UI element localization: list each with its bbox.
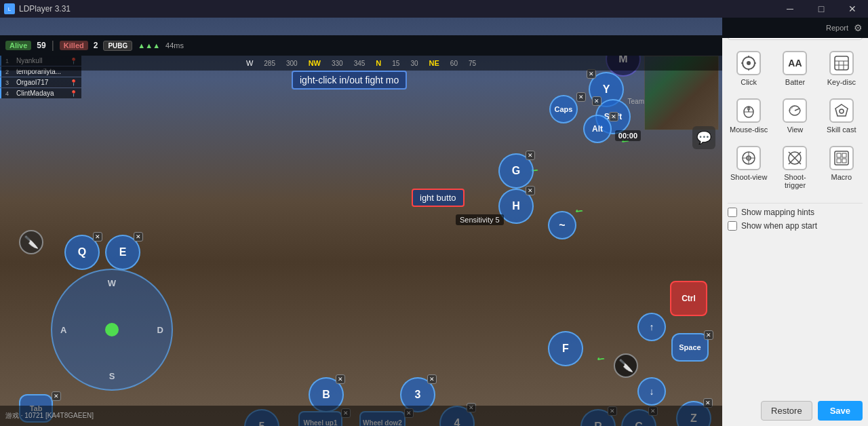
svg-rect-8 xyxy=(835,56,848,70)
save-button[interactable]: Save xyxy=(818,401,863,421)
green-marker-4: ✓ xyxy=(594,353,608,366)
key-Caps-close[interactable]: ✕ xyxy=(576,92,586,102)
compass-345: 345 xyxy=(354,60,366,67)
maximize-button[interactable]: □ xyxy=(806,0,837,18)
key-disc-icon xyxy=(829,51,854,75)
tool-mouse-disc[interactable]: Mouse-disc xyxy=(728,94,770,138)
click-icon xyxy=(736,51,761,75)
tooltip-box: ight-click in/out fight mo xyxy=(292,71,407,90)
joystick-A: A xyxy=(60,325,66,335)
shoot-trigger-icon xyxy=(783,146,807,170)
key-Space-close[interactable]: ✕ xyxy=(704,330,713,340)
batter-icon: AA xyxy=(783,51,807,75)
killed-badge: Killed xyxy=(60,41,88,50)
key-G-close[interactable]: ✕ xyxy=(526,151,535,160)
minimize-button[interactable]: ─ xyxy=(774,0,806,18)
weapon-icon[interactable]: 🔪 xyxy=(19,230,43,254)
svg-marker-17 xyxy=(835,104,848,116)
joystick-W: W xyxy=(108,278,116,288)
key-Tab-close[interactable]: ✕ xyxy=(52,391,61,401)
compass-N: N xyxy=(376,59,381,67)
alive-badge: Alive xyxy=(5,41,31,50)
key-Ctrl[interactable]: Ctrl xyxy=(670,281,707,316)
panel-divider xyxy=(728,203,863,204)
joystick-outer[interactable]: W S A D xyxy=(51,269,173,391)
key-up[interactable]: ↑ xyxy=(637,313,666,341)
compass-NW: NW xyxy=(309,59,321,67)
key-Caps[interactable]: Caps xyxy=(549,95,578,123)
fight-mode-label: ight butto xyxy=(420,193,456,203)
panel-actions: Restore Save xyxy=(728,401,863,421)
mapping-hints-label[interactable]: Show mapping hints xyxy=(741,208,814,217)
view-icon xyxy=(783,98,807,123)
key-Alt-close[interactable]: ✕ xyxy=(609,112,618,121)
restore-button[interactable]: Restore xyxy=(761,401,812,421)
key-Shift-close[interactable]: ✕ xyxy=(592,96,601,106)
app-title: LDPlayer 3.31 xyxy=(19,4,774,14)
app-start-label[interactable]: Show when app start xyxy=(741,221,817,231)
key-down[interactable]: ↓ xyxy=(637,377,666,406)
mouse-disc-icon xyxy=(736,98,761,123)
key-Space[interactable]: Space xyxy=(671,333,709,362)
tool-batter[interactable]: AA Batter xyxy=(774,47,816,90)
latency-display: 44ms xyxy=(165,41,184,50)
key-F[interactable]: F xyxy=(548,331,583,366)
svg-point-3 xyxy=(747,61,751,65)
shoot-trigger-label: Shoot-trigger xyxy=(775,173,814,189)
key-tilde[interactable]: ~ xyxy=(548,211,576,239)
tool-key-disc[interactable]: Key-disc xyxy=(821,47,863,90)
fight-mode-box[interactable]: ight butto xyxy=(412,189,465,207)
joystick[interactable]: W S A D xyxy=(51,269,173,391)
team-indicator: Team xyxy=(628,98,644,105)
tool-skill-cast[interactable]: Skill cast xyxy=(821,94,863,138)
skill-cast-label: Skill cast xyxy=(827,125,856,134)
tool-shoot-view[interactable]: Shoot-view xyxy=(728,142,770,193)
titlebar: L LDPlayer 3.31 ─ □ ✕ xyxy=(0,0,868,18)
compass-60: 60 xyxy=(450,60,458,67)
key-3-close[interactable]: ✕ xyxy=(427,374,437,384)
view-label: View xyxy=(787,125,804,134)
compass-NE: NE xyxy=(429,59,439,67)
key-E-close[interactable]: ✕ xyxy=(134,232,143,241)
macro-label: Macro xyxy=(831,173,852,181)
pubg-badge: PUBG xyxy=(103,41,132,51)
compass-30: 30 xyxy=(410,60,418,67)
compass-75: 75 xyxy=(469,60,476,67)
mapping-hints-row: Show mapping hints xyxy=(728,208,863,217)
mouse-disc-label: Mouse-disc xyxy=(730,125,768,134)
close-button[interactable]: ✕ xyxy=(837,0,868,18)
key-Alt[interactable]: Alt xyxy=(583,115,612,143)
tool-macro[interactable]: Macro xyxy=(821,142,863,193)
key-Q-close[interactable]: ✕ xyxy=(93,232,102,241)
report-button[interactable]: Report xyxy=(826,24,848,32)
joystick-center xyxy=(105,323,119,336)
mapping-hints-checkbox[interactable] xyxy=(728,208,737,217)
chat-icon[interactable]: 💬 xyxy=(692,126,715,149)
tool-click[interactable]: Click xyxy=(728,47,770,90)
key-H-close[interactable]: ✕ xyxy=(526,186,535,195)
key-Y-close[interactable]: ✕ xyxy=(587,69,596,79)
joystick-S: S xyxy=(109,371,115,381)
statusbar: Alive 59 | Killed 2 PUBG ▲▲▲ 44ms xyxy=(0,35,722,56)
key-disc-label: Key-disc xyxy=(827,78,856,86)
svg-rect-30 xyxy=(842,159,846,163)
shoot-view-label: Shoot-view xyxy=(730,173,767,181)
batter-label: Batter xyxy=(785,78,805,86)
game-timer: 00:00 xyxy=(615,130,641,141)
weapon-bottom-icon[interactable]: 🔪 xyxy=(614,353,638,378)
key-B-close[interactable]: ✕ xyxy=(336,374,345,384)
tooltip-text: ight-click in/out fight mo xyxy=(300,75,399,85)
game-viewport[interactable]: Alive 59 | Killed 2 PUBG ▲▲▲ 44ms W 285 … xyxy=(0,18,722,426)
alive-count: 59 xyxy=(37,41,45,50)
app-start-row: Show when app start xyxy=(728,221,863,231)
bottom-hud: 游戏 · 10721 [KA4T8GAEEN] xyxy=(0,406,722,426)
svg-rect-27 xyxy=(837,153,841,157)
settings-icon[interactable]: ⚙ xyxy=(854,22,863,33)
skill-cast-icon xyxy=(829,98,854,123)
compass-300: 300 xyxy=(286,60,298,67)
compass-330: 330 xyxy=(332,60,343,67)
tool-shoot-trigger[interactable]: Shoot-trigger xyxy=(774,142,816,193)
app-start-checkbox[interactable] xyxy=(728,221,737,231)
click-label: Click xyxy=(741,78,757,86)
tool-view[interactable]: View xyxy=(774,94,816,138)
